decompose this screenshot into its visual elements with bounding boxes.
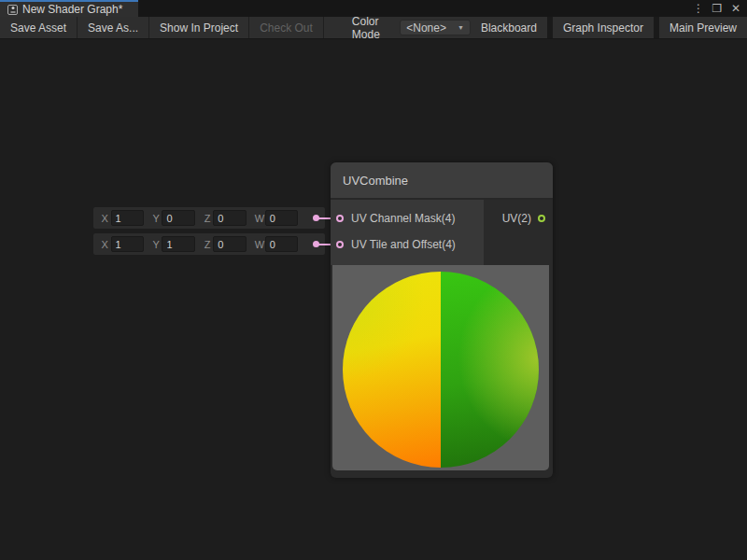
output-port-icon[interactable] bbox=[538, 215, 545, 222]
graph-canvas[interactable]: X 1 Y 0 Z 0 W 0 X 1 Y 1 Z 0 W 0 UVCombin… bbox=[0, 40, 747, 560]
window-controls: ⋮ ❒ ✕ bbox=[691, 0, 747, 17]
node-header[interactable]: UVCombine bbox=[331, 162, 553, 200]
y-label: Y bbox=[152, 239, 161, 250]
node-inputs: UV Channel Mask(4) UV Tile and Offset(4) bbox=[331, 200, 484, 265]
node-title: UVCombine bbox=[343, 174, 408, 188]
x-field[interactable]: 1 bbox=[111, 210, 144, 226]
preview-sphere bbox=[343, 272, 539, 468]
blackboard-button[interactable]: Blackboard bbox=[471, 17, 547, 38]
input-port-icon[interactable] bbox=[336, 215, 344, 222]
tab-new-shader-graph[interactable]: New Shader Graph* bbox=[0, 0, 138, 17]
node-preview bbox=[332, 265, 549, 470]
y-label: Y bbox=[152, 213, 161, 224]
x-label: X bbox=[101, 239, 109, 250]
tab-title: New Shader Graph* bbox=[22, 3, 122, 16]
graph-inspector-button[interactable]: Graph Inspector bbox=[553, 17, 654, 38]
w-label: W bbox=[255, 213, 263, 224]
z-label: Z bbox=[204, 213, 212, 224]
output-port-row: UV(2) bbox=[484, 205, 553, 231]
toolbar-right-group: Blackboard Graph Inspector Main Preview bbox=[471, 17, 747, 38]
sphere-left-half bbox=[343, 272, 441, 468]
input-port-label: UV Channel Mask(4) bbox=[351, 212, 455, 225]
w-field[interactable]: 0 bbox=[265, 210, 298, 226]
z-label: Z bbox=[204, 239, 212, 250]
shader-graph-icon bbox=[7, 5, 18, 15]
input-port-icon[interactable] bbox=[336, 241, 344, 248]
vector4-input-node-2[interactable]: X 1 Y 1 Z 0 W 0 bbox=[93, 233, 325, 255]
color-mode-label: Color Mode bbox=[348, 17, 400, 38]
toolbar-spacer bbox=[324, 17, 348, 38]
maximize-icon[interactable]: ❒ bbox=[710, 1, 725, 16]
y-field[interactable]: 1 bbox=[162, 236, 194, 252]
check-out-button[interactable]: Check Out bbox=[249, 17, 324, 38]
uvcombine-node[interactable]: UVCombine UV Channel Mask(4) UV Tile and… bbox=[331, 162, 553, 478]
save-as-button[interactable]: Save As... bbox=[78, 17, 149, 38]
save-asset-button[interactable]: Save Asset bbox=[0, 17, 78, 38]
z-field[interactable]: 0 bbox=[213, 236, 246, 252]
main-preview-button[interactable]: Main Preview bbox=[659, 17, 747, 38]
vector4-input-node-1[interactable]: X 1 Y 0 Z 0 W 0 bbox=[93, 207, 325, 229]
y-field[interactable]: 0 bbox=[162, 210, 194, 226]
color-mode-dropdown[interactable]: <None> ▼ bbox=[400, 20, 471, 35]
show-in-project-button[interactable]: Show In Project bbox=[149, 17, 249, 38]
input-port-label: UV Tile and Offset(4) bbox=[351, 238, 456, 251]
input-port-row: UV Tile and Offset(4) bbox=[331, 231, 484, 258]
w-label: W bbox=[255, 239, 263, 250]
sphere-right-half bbox=[441, 272, 539, 468]
node-body: UV Channel Mask(4) UV Tile and Offset(4)… bbox=[331, 200, 553, 265]
x-label: X bbox=[101, 213, 109, 224]
input-port-row: UV Channel Mask(4) bbox=[331, 205, 484, 231]
color-mode-value: <None> bbox=[406, 21, 446, 35]
close-icon[interactable]: ✕ bbox=[728, 1, 743, 16]
toolbar: Save Asset Save As... Show In Project Ch… bbox=[0, 17, 747, 39]
z-field[interactable]: 0 bbox=[213, 210, 246, 226]
menu-icon[interactable]: ⋮ bbox=[691, 1, 706, 16]
chevron-down-icon: ▼ bbox=[458, 24, 464, 31]
node-outputs: UV(2) bbox=[484, 200, 553, 265]
x-field[interactable]: 1 bbox=[111, 236, 144, 252]
output-port-label: UV(2) bbox=[502, 212, 531, 225]
w-field[interactable]: 0 bbox=[265, 236, 298, 252]
